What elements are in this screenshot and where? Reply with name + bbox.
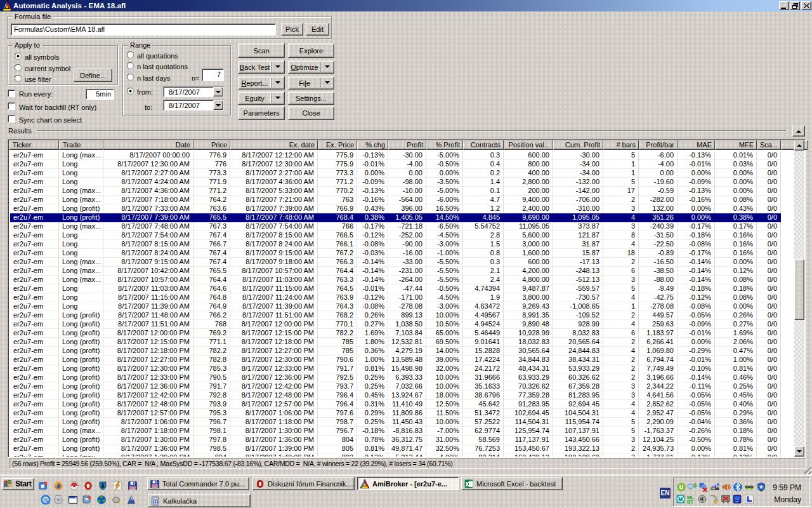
svg-text:MV2: MV2 [55, 495, 62, 498]
svg-text:BT: BT [687, 499, 693, 504]
